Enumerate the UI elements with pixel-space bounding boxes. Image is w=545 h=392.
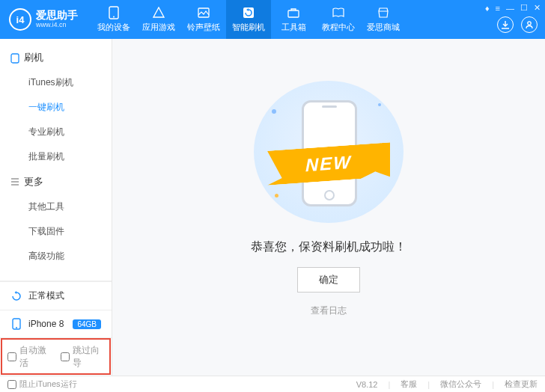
window-controls: ♦ ≡ ― ☐ ✕ (485, 3, 541, 13)
sidebar: 刷机 iTunes刷机 一键刷机 专业刷机 批量刷机 更多 其他工具 下载固件 … (0, 39, 112, 376)
refresh-icon (242, 6, 255, 19)
sidebar-item-other-tools[interactable]: 其他工具 (0, 195, 112, 219)
user-icon[interactable] (521, 16, 538, 33)
storage-badge: 64GB (73, 319, 101, 329)
sidebar-item-download-firmware[interactable]: 下载固件 (0, 219, 112, 244)
svg-point-8 (16, 327, 17, 328)
list-icon (10, 177, 19, 186)
checkbox-block-itunes[interactable]: 阻止iTunes运行 (7, 379, 77, 390)
refresh-small-icon (10, 290, 22, 302)
phone-outline-icon (10, 53, 19, 62)
download-icon[interactable] (497, 16, 514, 33)
app-title: 爱思助手 (36, 10, 78, 21)
maximize-icon[interactable]: ☐ (520, 3, 528, 13)
success-message: 恭喜您，保资料刷机成功啦！ (251, 239, 407, 255)
nav-ringtone[interactable]: 铃声壁纸 (181, 0, 226, 39)
sidebar-item-pro-flash[interactable]: 专业刷机 (0, 120, 112, 144)
svg-point-5 (528, 22, 531, 25)
statusbar: 阻止iTunes运行 V8.12| 客服| 微信公众号| 检查更新 (0, 376, 545, 392)
sidebar-item-itunes-flash[interactable]: iTunes刷机 (0, 70, 112, 95)
svg-rect-4 (288, 10, 299, 17)
nav-apps[interactable]: 应用游戏 (136, 0, 181, 39)
main-content: NEW 恭喜您，保资料刷机成功啦！ 确定 查看日志 (112, 39, 545, 376)
checkbox-auto-activate[interactable]: 自动激活 (7, 344, 52, 370)
sidebar-section-more: 更多 (0, 169, 112, 195)
app-subtitle: www.i4.cn (36, 22, 78, 29)
device-phone-icon (10, 318, 22, 330)
activation-options: 自动激活 跳过向导 (0, 337, 112, 376)
nav-tutorial[interactable]: 教程中心 (316, 0, 361, 39)
apps-icon (152, 6, 165, 19)
skin-icon[interactable]: ♦ (485, 4, 490, 13)
ok-button[interactable]: 确定 (297, 267, 360, 293)
svg-rect-6 (11, 54, 19, 63)
menu-icon[interactable]: ≡ (496, 4, 500, 13)
phone-icon (107, 6, 121, 19)
nav-my-device[interactable]: 我的设备 (91, 0, 136, 39)
sidebar-item-advanced[interactable]: 高级功能 (0, 244, 112, 269)
svg-point-1 (113, 16, 115, 18)
logo-icon: i4 (9, 8, 31, 31)
device-name: iPhone 8 (28, 319, 64, 329)
book-icon (332, 6, 345, 19)
wechat-link[interactable]: 微信公众号 (440, 379, 481, 390)
sidebar-item-oneclick-flash[interactable]: 一键刷机 (0, 95, 112, 120)
store-icon (377, 6, 390, 19)
nav-toolbox[interactable]: 工具箱 (271, 0, 316, 39)
app-logo: i4 爱思助手 www.i4.cn (0, 8, 87, 31)
user-controls (497, 16, 538, 33)
toolbox-icon (287, 6, 300, 19)
support-link[interactable]: 客服 (401, 379, 417, 390)
device-mode[interactable]: 正常模式 (0, 281, 112, 310)
nav-flash[interactable]: 智能刷机 (226, 0, 271, 39)
minimize-icon[interactable]: ― (506, 4, 514, 13)
sidebar-section-flash: 刷机 (0, 45, 112, 70)
version-label: V8.12 (356, 380, 378, 389)
checkbox-skip-guide[interactable]: 跳过向导 (61, 344, 105, 370)
titlebar: i4 爱思助手 www.i4.cn 我的设备 应用游戏 铃声壁纸 智能刷机 工具… (0, 0, 545, 39)
device-info[interactable]: iPhone 8 64GB (0, 310, 112, 337)
mode-label: 正常模式 (28, 290, 64, 302)
image-icon (197, 6, 210, 19)
view-log-link[interactable]: 查看日志 (311, 304, 347, 317)
success-illustration: NEW (254, 81, 404, 223)
main-nav: 我的设备 应用游戏 铃声壁纸 智能刷机 工具箱 教程中心 爱思商城 (91, 0, 406, 39)
update-link[interactable]: 检查更新 (505, 379, 538, 390)
nav-store[interactable]: 爱思商城 (361, 0, 406, 39)
close-icon[interactable]: ✕ (534, 3, 541, 13)
sidebar-item-batch-flash[interactable]: 批量刷机 (0, 144, 112, 169)
